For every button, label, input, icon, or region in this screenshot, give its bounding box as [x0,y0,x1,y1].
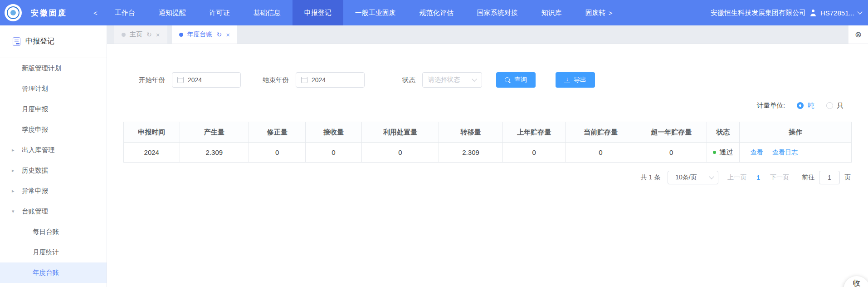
nav-scroll-left-icon[interactable]: < [93,9,98,17]
status-label: 状态 [402,76,415,84]
filter-bar: 开始年份 结束年份 状态 请选择状态 查询 ↓ 导出 [139,72,868,88]
cell-operations: 查看 查看日志 [739,143,851,163]
nav-item-standard-evaluation[interactable]: 规范化评估 [408,0,465,25]
cell-current-storage: 0 [566,143,636,163]
start-year-label: 开始年份 [139,76,165,84]
radio-unit-ton[interactable]: 吨 [797,101,814,110]
search-button[interactable]: 查询 [496,72,536,88]
top-navbar: 安徽固废 < 工作台 通知提醒 许可证 基础信息 申报登记 一般工业固废 规范化… [0,0,868,25]
col-declare-time: 申报时间 [124,122,180,143]
declaration-doc-icon [13,37,20,46]
refresh-icon[interactable]: ↻ [217,31,222,38]
navbar-user-area: 安徽恒生科技发展集团有限公司 HS72851... [711,9,862,17]
cell-last-year-storage: 0 [503,143,566,163]
sidebar-item-monthly-stats[interactable]: 月度统计 [0,242,107,262]
sidebar-item-quarterly-declaration[interactable]: 季度申报 [0,119,107,140]
start-year-value[interactable] [188,76,229,84]
refresh-icon[interactable]: ↻ [146,31,152,38]
cell-status: 通过 [707,143,739,163]
nav-item-waste-transfer[interactable]: 固废转 [574,0,606,25]
sidebar-header: 申报登记 [0,25,107,58]
nav-scroll-right-icon[interactable]: > [609,9,613,17]
tab-dot [179,33,183,37]
col-operations: 操作 [739,122,851,143]
nav-item-general-industrial-waste[interactable]: 一般工业固废 [343,0,408,25]
start-year-input[interactable] [172,72,241,88]
end-year-input[interactable] [296,72,365,88]
nav-item-basic-info[interactable]: 基础信息 [242,0,293,25]
sidebar-item-history-data[interactable]: ▸ 历史数据 [0,160,107,181]
search-icon [505,77,511,83]
nav-item-declaration[interactable]: 申报登记 [293,0,343,25]
sidebar-item-monthly-declaration[interactable]: 月度申报 [0,99,107,119]
close-all-tabs-button[interactable]: ⊗ [848,25,868,44]
prev-page-button[interactable]: 上一页 [727,173,746,182]
nav-item-license[interactable]: 许可证 [198,0,242,25]
goto-page-input[interactable] [819,171,840,184]
col-current-storage: 当前贮存量 [566,122,636,143]
cell-utilized-disposed: 0 [361,143,439,163]
sidebar-item-daily-ledger[interactable]: 每日台账 [0,222,107,242]
nav-item-notifications[interactable]: 通知提醒 [147,0,198,25]
chevron-down-icon [472,76,477,81]
page-unit-label: 页 [844,173,851,182]
radio-selected-icon [797,102,804,109]
sidebar-item-ledger-management[interactable]: ▾ 台账管理 [0,201,107,222]
unit-label: 计量单位: [757,101,785,110]
page-number-1[interactable]: 1 [756,174,760,181]
annual-ledger-table: 申报时间 产生量 修正量 接收量 利用处置量 转移量 上年贮存量 当前贮存量 超… [123,122,852,163]
nav-item-workbench[interactable]: 工作台 [103,0,147,25]
chevron-down-icon [709,174,714,179]
expand-right-icon: ▸ [12,160,15,181]
expand-right-icon: ▸ [12,140,15,160]
cell-received: 0 [306,143,362,163]
sidebar-item-abnormal-declaration[interactable]: ▸ 异常申报 [0,181,107,201]
page-size-select[interactable]: 10条/页 [668,171,718,184]
status-placeholder: 请选择状态 [428,76,460,84]
next-page-button[interactable]: 下一页 [770,173,789,182]
col-status: 状态 [707,122,739,143]
view-link[interactable]: 查看 [751,148,763,156]
nav-item-knowledge-base[interactable]: 知识库 [530,0,574,25]
sidebar-menu: 新版管理计划 管理计划 月度申报 季度申报 ▸ 出入库管理 ▸ 历史数据 ▸ 异… [0,58,107,283]
status-pass-icon [713,151,716,154]
table-row: 2024 2.309 0 0 0 2.309 0 0 0 通过 查看 查看日志 [124,143,852,163]
user-id[interactable]: HS72851... [820,9,854,17]
col-transferred: 转移量 [439,122,502,143]
tab-annual-ledger-label: 年度台账 [187,30,213,39]
tab-annual-ledger[interactable]: 年度台账 ↻ × [172,25,238,44]
close-icon[interactable]: × [156,31,160,39]
end-year-value[interactable] [312,76,352,84]
nav-item-national-system[interactable]: 国家系统对接 [465,0,530,25]
col-last-year-storage: 上年贮存量 [503,122,566,143]
radio-unselected-icon [826,102,833,109]
end-year-label: 结束年份 [263,76,289,84]
sidebar-item-new-management-plan[interactable]: 新版管理计划 [0,58,107,79]
user-icon [809,10,817,16]
company-name: 安徽恒生科技发展集团有限公司 [711,9,806,17]
view-log-link[interactable]: 查看日志 [772,148,798,156]
calendar-icon [301,77,307,83]
top-menu: 工作台 通知提醒 许可证 基础信息 申报登记 一般工业固废 规范化评估 国家系统… [103,0,617,25]
sidebar-item-inout-warehouse[interactable]: ▸ 出入库管理 [0,140,107,160]
goto-label: 前往 [802,173,814,182]
unit-selector-row: 计量单位: 吨 只 [107,101,844,110]
app-logo-icon [5,4,22,21]
sidebar-item-management-plan[interactable]: 管理计划 [0,79,107,99]
pagination: 共 1 条 10条/页 上一页 1 下一页 前往 页 [107,171,851,184]
chevron-down-icon[interactable] [857,9,862,14]
calendar-icon [177,77,184,83]
status-badge: 通过 [719,148,733,157]
cell-over-one-year-storage: 0 [636,143,707,163]
export-button[interactable]: ↓ 导出 [556,72,595,88]
radio-unit-piece[interactable]: 只 [826,101,844,110]
status-select[interactable]: 请选择状态 [422,72,482,88]
col-utilized-disposed: 利用处置量 [361,122,439,143]
sidebar-item-annual-ledger[interactable]: 年度台账 [0,262,107,283]
tab-home[interactable]: 主页 ↻ × [114,25,167,44]
cell-generated: 2.309 [180,143,249,163]
download-icon: ↓ [564,77,570,83]
tab-home-label: 主页 [130,30,142,39]
close-icon[interactable]: × [226,31,230,39]
table-header-row: 申报时间 产生量 修正量 接收量 利用处置量 转移量 上年贮存量 当前贮存量 超… [124,122,852,143]
